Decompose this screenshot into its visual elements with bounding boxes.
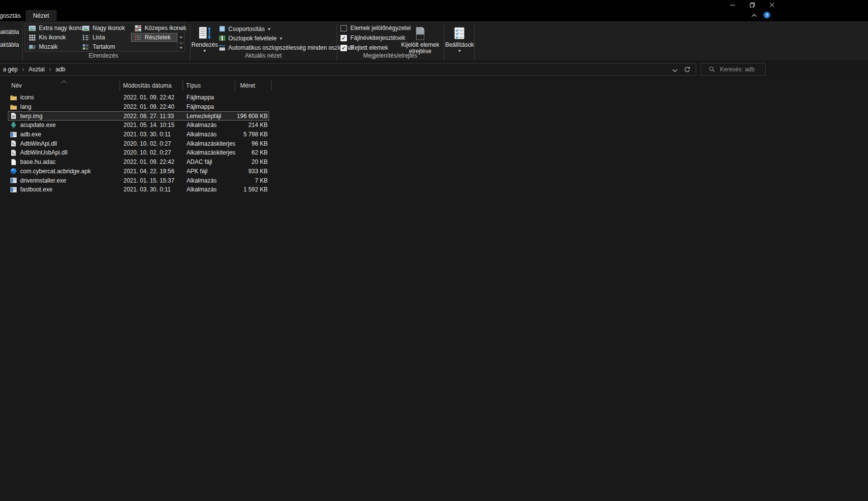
address-row: a gép › Asztal › adb Keresés: adb xyxy=(0,61,868,77)
gallery-more-button[interactable] xyxy=(178,42,185,51)
chevron-down-icon xyxy=(672,67,678,74)
table-row[interactable]: base.hu.adac 2022. 01. 09. 22:42 ADAC fá… xyxy=(8,157,269,167)
column-divider[interactable] xyxy=(120,81,120,91)
view-option-large-icons[interactable]: Nagy ikonok xyxy=(79,24,131,32)
ribbon-tab-row: egosztás Nézet ? xyxy=(0,10,868,21)
file-list: Név Módosítás dátuma Típus Méret icons 2… xyxy=(0,77,868,501)
titlebar xyxy=(0,0,868,10)
gallery-scroll-controls xyxy=(178,23,185,52)
help-button[interactable]: ? xyxy=(763,11,771,19)
group-label-show-hide: Megjelenítés/elrejtés xyxy=(337,52,444,59)
tiles-view-icon xyxy=(29,43,36,51)
android-icon xyxy=(10,122,17,129)
add-columns-button[interactable]: Oszlopok felvétele ▼ xyxy=(218,34,353,42)
table-row[interactable]: adb.exe 2021. 03. 30. 0:11 Alkalmazás 5 … xyxy=(8,130,269,139)
search-placeholder: Keresés: adb xyxy=(720,66,755,73)
apk-icon xyxy=(10,167,17,175)
column-divider[interactable] xyxy=(183,81,183,91)
table-row[interactable]: com.cybercat.acbridge.apk 2021. 04. 22. … xyxy=(8,167,269,176)
layout-gallery: Extra nagy ikonok Nagy ikonok Közepes ik… xyxy=(25,23,178,52)
table-row[interactable]: fastboot.exe 2021. 03. 30. 0:11 Alkalmaz… xyxy=(8,185,269,194)
view-option-list[interactable]: Lista xyxy=(79,33,131,42)
sort-ascending-icon xyxy=(61,78,67,81)
hide-selected-items-icon xyxy=(413,23,428,41)
triangle-up-icon xyxy=(179,24,183,31)
column-divider[interactable] xyxy=(271,81,272,91)
list-view-icon xyxy=(82,34,90,41)
search-box[interactable]: Keresés: adb xyxy=(701,63,766,76)
refresh-button[interactable] xyxy=(683,66,691,73)
restore-button[interactable] xyxy=(743,0,762,10)
triangle-down-icon xyxy=(179,44,183,51)
dll-icon xyxy=(10,149,17,157)
options-button[interactable]: Beállítások ▼ xyxy=(446,23,473,62)
view-option-details[interactable]: Részletek xyxy=(131,33,177,42)
view-option-small-icons[interactable]: Kis ikonok xyxy=(25,33,79,42)
address-bar[interactable]: a gép › Asztal › adb xyxy=(0,63,696,76)
checkbox-icon: ✓ xyxy=(341,45,347,51)
app-icon xyxy=(10,186,17,193)
view-option-tiles[interactable]: Mozaik xyxy=(25,42,79,51)
preview-pane-button[interactable]: aktábla xyxy=(0,40,21,50)
table-row[interactable]: acupdate.exe 2021. 05. 14. 10:15 Alkalma… xyxy=(8,121,269,130)
breadcrumb-this-pc[interactable]: a gép xyxy=(3,66,18,73)
column-header-size[interactable]: Méret xyxy=(240,80,255,91)
autofit-columns-icon xyxy=(218,44,226,51)
help-icon: ? xyxy=(763,13,771,20)
table-row[interactable]: lang 2022. 01. 09. 22:40 Fájlmappa xyxy=(8,102,269,112)
breadcrumb-desktop[interactable]: Asztal xyxy=(29,66,45,73)
gallery-scroll-down-button[interactable] xyxy=(178,32,185,42)
gallery-scroll-up-button[interactable] xyxy=(178,23,185,32)
extra-large-icons-icon xyxy=(29,25,36,32)
checkbox-icon: ✓ xyxy=(341,35,347,41)
column-header-date[interactable]: Módosítás dátuma xyxy=(123,80,172,91)
table-row[interactable]: AdbWinUsbApi.dll 2020. 10. 02. 0:27 Alka… xyxy=(8,148,269,157)
group-by-icon xyxy=(218,25,226,32)
column-header-type[interactable]: Típus xyxy=(186,80,201,91)
options-icon xyxy=(452,23,467,41)
add-columns-icon xyxy=(218,34,226,42)
breadcrumb-adb[interactable]: adb xyxy=(56,66,65,73)
triangle-down-icon xyxy=(179,33,183,40)
minimize-button[interactable] xyxy=(723,0,743,10)
collapse-ribbon-button[interactable] xyxy=(749,11,758,19)
table-row-selected[interactable]: twrp.img 2022. 08. 27. 11:33 Lemezképfáj… xyxy=(8,111,269,121)
column-divider[interactable] xyxy=(235,81,235,91)
column-headers: Név Módosítás dátuma Típus Méret xyxy=(8,80,276,91)
search-icon xyxy=(709,66,715,73)
group-label-current-view: Aktuális nézet xyxy=(190,52,337,59)
view-option-content[interactable]: Tartalom xyxy=(79,42,131,51)
sort-by-icon xyxy=(197,23,212,41)
view-option-medium-icons[interactable]: Közepes ikonok xyxy=(131,24,177,32)
breadcrumb-separator-icon: › xyxy=(22,66,24,73)
svg-text:?: ? xyxy=(766,13,769,18)
view-option-extra-large-icons[interactable]: Extra nagy ikonok xyxy=(25,24,79,32)
column-header-name[interactable]: Név xyxy=(11,80,22,91)
table-row[interactable]: AdbWinApi.dll 2020. 10. 02. 0:27 Alkalma… xyxy=(8,139,269,148)
table-row[interactable]: driverinstaller.exe 2021. 01. 15. 15:37 … xyxy=(8,176,269,185)
minimize-icon xyxy=(730,2,736,8)
large-icons-icon xyxy=(82,25,90,32)
chevron-down-caret: ▼ xyxy=(458,49,462,53)
tab-view[interactable]: Nézet xyxy=(26,10,57,21)
navigation-pane-button[interactable]: aktábla xyxy=(0,27,21,37)
chevron-up-icon xyxy=(751,12,757,19)
dll-icon xyxy=(10,140,17,147)
close-button[interactable] xyxy=(762,0,782,10)
content-view-icon xyxy=(82,43,90,51)
chevron-down-caret: ▼ xyxy=(267,28,271,31)
details-view-icon xyxy=(134,34,142,41)
group-by-button[interactable]: Csoportosítás ▼ xyxy=(218,25,353,32)
folder-icon xyxy=(10,103,17,111)
restore-icon xyxy=(749,2,755,8)
breadcrumb: a gép › Asztal › adb xyxy=(0,66,65,73)
app-icon xyxy=(10,177,17,184)
small-icons-icon xyxy=(29,34,36,41)
chevron-down-caret: ▼ xyxy=(279,37,283,41)
autofit-columns-button[interactable]: Automatikus oszlopszélesség minden oszlo… xyxy=(218,44,353,51)
disc-image-icon xyxy=(10,112,17,120)
address-dropdown-button[interactable] xyxy=(672,67,678,72)
tab-share[interactable]: egosztás xyxy=(0,10,28,21)
table-row[interactable]: icons 2022. 01. 09. 22:42 Fájlmappa xyxy=(8,93,269,102)
ribbon: aktábla aktábla Extra nagy ikonok Nagy i… xyxy=(0,21,868,61)
